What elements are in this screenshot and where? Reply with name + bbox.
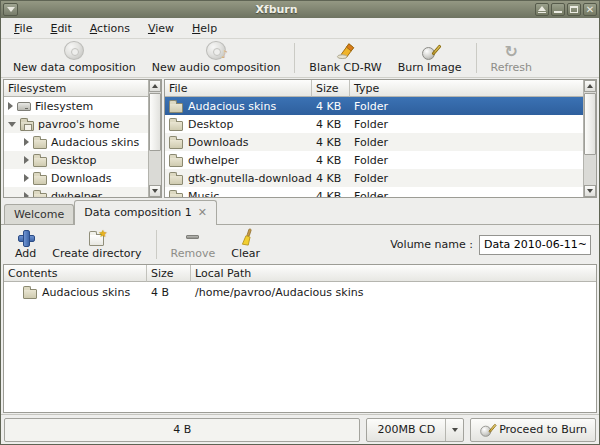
toolbar-separator	[476, 43, 477, 73]
tab-data-composition-1[interactable]: Data composition 1 ✕	[74, 200, 217, 225]
file-list-header-row: File Size Type	[165, 80, 596, 97]
column-header-type[interactable]: Type	[350, 80, 596, 97]
browser-panes: Filesystem Filesystem pavroo's home	[1, 78, 599, 199]
expander-icon[interactable]	[24, 192, 29, 197]
column-header-contents[interactable]: Contents	[4, 265, 147, 282]
menu-file[interactable]: File	[5, 19, 41, 38]
shade-icon	[538, 6, 546, 11]
tab-bar: Welcome Data composition 1 ✕	[1, 200, 599, 225]
filesystem-scrollbar[interactable]	[148, 80, 161, 197]
volume-name-group: Volume name :	[390, 227, 593, 262]
arrow-up-icon	[587, 84, 593, 88]
combo-arrow-button[interactable]	[445, 419, 463, 441]
scrollbar-thumb[interactable]	[584, 93, 596, 155]
column-header-size-label: Size	[316, 82, 339, 95]
contents-row-audacious-skins[interactable]: Audacious skins 4 B /home/pavroo/Audacio…	[4, 283, 596, 302]
remove-minus-icon	[186, 235, 199, 239]
window-menu-button[interactable]	[3, 3, 18, 16]
scrollbar-thumb[interactable]	[149, 93, 161, 151]
maximize-button[interactable]	[567, 3, 581, 16]
file-list-panel: File Size Type Audacious skins 4 KB Fold…	[164, 79, 597, 198]
file-row-dwhelper[interactable]: dwhelper 4 KB Folder	[165, 151, 583, 169]
filesystem-column-header[interactable]: Filesystem	[4, 80, 161, 97]
disc-usage-bar: 4 B	[4, 418, 360, 442]
clear-button[interactable]: Clear	[223, 227, 268, 262]
tree-item-label: Filesystem	[35, 100, 93, 113]
disc-type-combobox[interactable]: 200MB CD	[366, 418, 464, 442]
remove-button[interactable]: Remove	[163, 227, 224, 262]
create-directory-label: Create directory	[52, 247, 141, 260]
contents-header-row: Contents Size Local Path	[4, 265, 596, 282]
column-header-contents-label: Contents	[8, 267, 57, 280]
tree-item-audacious-skins[interactable]: Audacious skins	[4, 133, 148, 151]
scroll-up-button[interactable]	[584, 80, 596, 92]
file-size: 4 KB	[312, 154, 350, 167]
scroll-down-button[interactable]	[149, 185, 161, 197]
home-folder-icon	[20, 121, 34, 131]
file-row-downloads[interactable]: Downloads 4 KB Folder	[165, 133, 583, 151]
scroll-up-button[interactable]	[149, 80, 161, 92]
file-size: 4 KB	[312, 100, 350, 113]
filesystem-panel: Filesystem Filesystem pavroo's home	[3, 79, 162, 198]
column-header-size[interactable]: Size	[312, 80, 350, 97]
create-directory-button[interactable]: ★ Create directory	[44, 227, 149, 262]
tree-item-desktop[interactable]: Desktop	[4, 151, 148, 169]
add-button[interactable]: Add	[7, 227, 44, 262]
tree-item-filesystem[interactable]: Filesystem	[4, 97, 148, 115]
burn-image-button[interactable]: Burn Image	[390, 40, 470, 76]
blank-cdrw-button[interactable]: Blank CD-RW	[301, 40, 389, 76]
menu-actions[interactable]: Actions	[81, 19, 139, 38]
disc-type-value: 200MB CD	[367, 419, 445, 441]
toolbar-separator	[156, 230, 157, 259]
file-row-audacious-skins[interactable]: Audacious skins 4 KB Folder	[165, 97, 583, 115]
file-row-music[interactable]: Music 4 KB Folder	[165, 187, 583, 197]
file-list: Audacious skins 4 KB Folder Desktop 4 KB…	[165, 97, 583, 197]
new-audio-composition-button[interactable]: ♪ New audio composition	[144, 40, 289, 76]
expander-icon[interactable]	[8, 102, 13, 110]
tree-item-dwhelper[interactable]: dwhelper	[4, 187, 148, 197]
folder-icon	[33, 175, 47, 185]
burn-disc-icon	[480, 423, 494, 437]
maximize-icon	[570, 6, 578, 13]
tree-item-pavroos-home[interactable]: pavroo's home	[4, 115, 148, 133]
file-type: Folder	[350, 100, 583, 113]
refresh-button[interactable]: ↻ Refresh	[483, 40, 541, 76]
close-button[interactable]: ✕	[583, 3, 597, 16]
menu-edit[interactable]: Edit	[41, 19, 80, 38]
tab-close-icon[interactable]: ✕	[198, 207, 207, 218]
expander-icon[interactable]	[24, 156, 29, 164]
close-icon: ✕	[586, 5, 594, 15]
file-size: 4 KB	[312, 136, 350, 149]
scroll-down-button[interactable]	[584, 185, 596, 197]
main-toolbar: New data composition ♪ New audio composi…	[1, 39, 599, 78]
proceed-to-burn-button[interactable]: Proceed to Burn	[470, 418, 596, 442]
expander-icon[interactable]	[8, 122, 16, 127]
data-disc-icon	[64, 41, 84, 60]
volume-name-input[interactable]	[479, 235, 591, 255]
column-header-local-path[interactable]: Local Path	[191, 265, 596, 282]
menu-view[interactable]: View	[139, 19, 183, 38]
tab-welcome[interactable]: Welcome	[4, 204, 74, 225]
minimize-button[interactable]	[551, 3, 565, 16]
file-type: Folder	[350, 190, 583, 198]
filesystem-header-row: Filesystem	[4, 80, 161, 97]
file-row-gtk-gnutella-downloads[interactable]: gtk-gnutella-downloads 4 KB Folder	[165, 169, 583, 187]
folder-icon	[23, 289, 37, 299]
tree-item-downloads[interactable]: Downloads	[4, 169, 148, 187]
menu-help[interactable]: Help	[183, 19, 226, 38]
tab-welcome-label: Welcome	[14, 208, 64, 221]
file-list-scrollbar[interactable]	[583, 80, 596, 197]
shade-button[interactable]	[535, 3, 549, 16]
column-header-size[interactable]: Size	[147, 265, 191, 282]
new-data-composition-button[interactable]: New data composition	[5, 40, 144, 76]
folder-icon	[169, 139, 183, 149]
expander-icon[interactable]	[24, 174, 29, 182]
broom-icon	[236, 228, 256, 246]
minimize-icon	[554, 11, 562, 13]
titlebar[interactable]: Xfburn ✕	[1, 1, 599, 18]
expander-icon[interactable]	[24, 138, 29, 146]
column-header-file-label: File	[169, 82, 187, 95]
file-size: 4 KB	[312, 190, 350, 198]
column-header-file[interactable]: File	[165, 80, 312, 97]
file-row-desktop[interactable]: Desktop 4 KB Folder	[165, 115, 583, 133]
